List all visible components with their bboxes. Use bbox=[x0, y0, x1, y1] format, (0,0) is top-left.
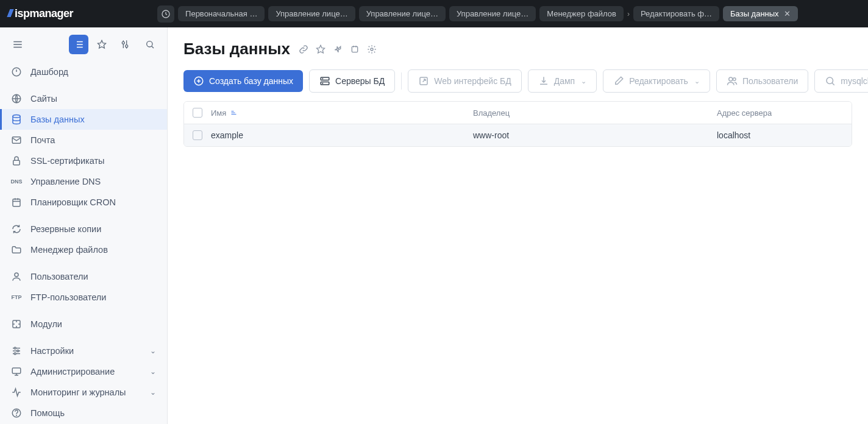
svg-point-29 bbox=[14, 347, 16, 349]
lock-icon bbox=[11, 155, 22, 166]
edit-button[interactable]: Редактировать ⌄ bbox=[603, 69, 710, 93]
sidebar-item-mail[interactable]: Почта bbox=[0, 130, 167, 150]
puzzle-icon bbox=[11, 319, 22, 330]
sliders-icon bbox=[11, 345, 22, 356]
tab-3[interactable]: Управление лице… bbox=[449, 6, 536, 21]
sidebar-item-sites[interactable]: Сайты bbox=[0, 88, 167, 109]
page-header: Базы данных bbox=[168, 27, 868, 69]
close-icon[interactable]: ✕ bbox=[784, 9, 791, 18]
pin-icon[interactable] bbox=[333, 44, 343, 54]
svg-point-52 bbox=[729, 77, 733, 81]
cell-name: example bbox=[211, 130, 473, 140]
sidebar-item-admin[interactable]: Администрирование ⌄ bbox=[0, 361, 167, 382]
list-view-icon[interactable] bbox=[69, 35, 88, 54]
sidebar-item-label: Сайты bbox=[30, 94, 57, 104]
svg-point-24 bbox=[15, 273, 18, 277]
sidebar-item-dns[interactable]: DNS Управление DNS bbox=[0, 171, 167, 192]
search-icon[interactable] bbox=[142, 35, 157, 54]
external-icon[interactable] bbox=[350, 44, 360, 54]
row-checkbox[interactable] bbox=[193, 130, 202, 140]
sidebar-item-label: Базы данных bbox=[30, 115, 85, 124]
sidebar-item-monitoring[interactable]: Мониторинг и журналы ⌄ bbox=[0, 382, 167, 403]
dashboard-icon bbox=[11, 66, 22, 77]
star-icon[interactable] bbox=[316, 44, 326, 54]
mysqlcheck-button[interactable]: mysqlchec bbox=[814, 69, 868, 93]
settings-icon[interactable] bbox=[115, 35, 135, 54]
folder-icon bbox=[11, 244, 22, 255]
svg-line-14 bbox=[151, 46, 153, 48]
tab-1[interactable]: Управление лице… bbox=[268, 6, 355, 21]
chevron-down-icon: ⌄ bbox=[581, 77, 586, 85]
sidebar-item-label: Мониторинг и журналы bbox=[30, 387, 126, 397]
tabs: Первоначальная … Управление лице… Управл… bbox=[157, 5, 861, 23]
svg-rect-32 bbox=[12, 368, 21, 373]
svg-rect-20 bbox=[13, 199, 20, 207]
svg-point-43 bbox=[371, 48, 373, 51]
create-db-button[interactable]: Создать базу данных bbox=[183, 70, 303, 92]
sidebar-item-label: Настройки bbox=[30, 346, 74, 356]
tab-0[interactable]: Первоначальная … bbox=[178, 6, 265, 21]
chevron-down-icon: ⌄ bbox=[150, 367, 156, 376]
tab-4[interactable]: Менеджер файлов bbox=[539, 6, 624, 21]
sidebar-item-label: Пользователи bbox=[30, 272, 88, 281]
tab-5[interactable]: Редактировать ф… bbox=[633, 6, 719, 21]
sidebar-item-backups[interactable]: Резервные копии bbox=[0, 219, 167, 239]
db-servers-button[interactable]: Серверы БД bbox=[309, 69, 395, 93]
select-all-checkbox[interactable] bbox=[193, 108, 202, 118]
divider bbox=[401, 72, 402, 90]
svg-point-17 bbox=[13, 115, 20, 118]
svg-point-49 bbox=[322, 79, 323, 79]
dump-button[interactable]: Дамп ⌄ bbox=[528, 69, 597, 93]
link-icon[interactable] bbox=[299, 44, 308, 54]
table-row[interactable]: example www-root localhost bbox=[184, 124, 852, 146]
calendar-icon bbox=[11, 197, 22, 208]
users-button[interactable]: Пользователи bbox=[716, 69, 808, 93]
sidebar-item-dashboard[interactable]: Дашборд bbox=[0, 62, 167, 82]
tab-6[interactable]: Базы данных ✕ bbox=[723, 6, 798, 21]
tab-history-icon[interactable] bbox=[157, 5, 174, 23]
sidebar-item-settings[interactable]: Настройки ⌄ bbox=[0, 341, 167, 361]
sidebar-item-databases[interactable]: Базы данных bbox=[0, 109, 167, 130]
star-icon[interactable] bbox=[92, 35, 112, 54]
column-owner[interactable]: Владелец bbox=[473, 108, 717, 118]
svg-point-36 bbox=[16, 415, 17, 415]
hamburger-icon[interactable] bbox=[10, 35, 25, 54]
cell-owner: www-root bbox=[473, 130, 717, 140]
pencil-icon bbox=[613, 76, 624, 87]
cell-server: localhost bbox=[717, 130, 843, 140]
tab-2[interactable]: Управление лице… bbox=[359, 6, 446, 21]
plus-icon bbox=[193, 76, 204, 87]
page-title: Базы данных bbox=[183, 40, 290, 58]
toolbar: Создать базу данных Серверы БД Web интер… bbox=[168, 69, 868, 101]
svg-marker-41 bbox=[316, 45, 324, 53]
chevron-down-icon: ⌄ bbox=[150, 347, 156, 355]
dns-icon: DNS bbox=[11, 176, 22, 187]
sidebar-item-modules[interactable]: Модули bbox=[0, 314, 167, 334]
sidebar-item-label: Дашборд bbox=[30, 67, 68, 77]
sidebar-item-cron[interactable]: Планировщик CRON bbox=[0, 192, 167, 213]
chevron-right-icon: › bbox=[627, 10, 630, 18]
web-interface-button[interactable]: Web интерфейс БД bbox=[408, 69, 522, 93]
svg-rect-19 bbox=[13, 160, 20, 165]
svg-line-55 bbox=[832, 83, 834, 85]
sidebar-item-help[interactable]: Помощь bbox=[0, 403, 167, 423]
logo[interactable]: /// ispmanager bbox=[7, 7, 73, 20]
sidebar-item-users[interactable]: Пользователи bbox=[0, 266, 167, 287]
gear-icon[interactable] bbox=[367, 44, 377, 54]
help-icon bbox=[11, 408, 22, 419]
sidebar-item-label: Менеджер файлов bbox=[30, 245, 108, 255]
sidebar-item-ftp[interactable]: FTP FTP-пользователи bbox=[0, 287, 167, 308]
sidebar-item-ssl[interactable]: SSL-сертификаты bbox=[0, 150, 167, 171]
sidebar-item-label: Почта bbox=[30, 135, 55, 145]
sidebar-item-label: Модули bbox=[30, 319, 62, 329]
sidebar-item-label: SSL-сертификаты bbox=[30, 156, 105, 166]
column-server[interactable]: Адрес сервера bbox=[717, 108, 843, 118]
sidebar-item-files[interactable]: Менеджер файлов bbox=[0, 239, 167, 260]
svg-point-54 bbox=[827, 77, 833, 84]
db-table: Имя Владелец Адрес сервера example www-r… bbox=[183, 101, 852, 147]
sort-asc-icon bbox=[230, 109, 237, 116]
sidebar-item-label: Помощь bbox=[30, 408, 65, 418]
table-header: Имя Владелец Адрес сервера bbox=[184, 102, 852, 124]
mail-icon bbox=[11, 135, 22, 146]
column-name[interactable]: Имя bbox=[211, 108, 473, 118]
